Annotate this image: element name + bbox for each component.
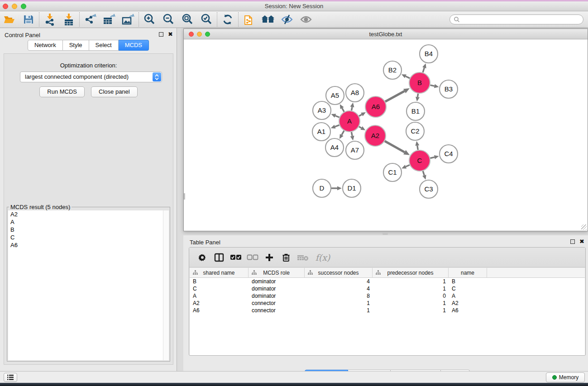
network-canvas[interactable]: B4B2BB3A8A5A6A3B1AA1C2A2A4A7C4CC1C3DD1	[184, 39, 588, 231]
result-item[interactable]: A	[8, 218, 163, 226]
graph-edge[interactable]	[342, 131, 344, 135]
table-cell[interactable]: dominator	[249, 278, 305, 285]
graph-edge[interactable]	[351, 107, 352, 110]
table-cell[interactable]: connector	[249, 300, 305, 307]
table-cell[interactable]: 1	[373, 285, 449, 292]
network-document-button[interactable]	[239, 12, 258, 27]
result-item[interactable]: B	[8, 226, 163, 234]
search-input[interactable]	[449, 14, 583, 24]
table-row[interactable]: A6connector11A6	[190, 307, 585, 314]
column-header-predecessor-nodes[interactable]: predecessor nodes	[373, 268, 449, 277]
task-history-button[interactable]	[4, 373, 17, 382]
zoom-selected-button[interactable]	[197, 12, 216, 27]
graph-edge[interactable]	[423, 68, 424, 73]
table-cell[interactable]: B	[449, 278, 487, 285]
mcds-result-list[interactable]: A2ABCA6	[8, 210, 163, 360]
tab-network[interactable]: Network	[28, 40, 63, 51]
table-cell[interactable]: A6	[190, 307, 249, 314]
table-cell[interactable]: dominator	[249, 285, 305, 292]
table-cell[interactable]: 1	[305, 307, 373, 314]
result-item[interactable]: C	[8, 234, 163, 241]
close-panel-icon[interactable]: ✖	[168, 32, 173, 37]
hide-graphics-button[interactable]	[277, 12, 296, 27]
open-session-button[interactable]	[0, 12, 19, 27]
close-table-panel-icon[interactable]: ✖	[579, 239, 584, 244]
home-button[interactable]	[258, 12, 277, 27]
table-row[interactable]: Adominator80A	[190, 292, 585, 300]
graph-edge[interactable]	[406, 165, 410, 167]
float-table-panel-icon[interactable]	[570, 239, 575, 244]
table-cell[interactable]: 1	[305, 300, 373, 307]
table-cell[interactable]: A	[190, 292, 249, 300]
result-item[interactable]: A6	[8, 241, 163, 249]
close-panel-button[interactable]: Close panel	[91, 86, 138, 97]
table-cell[interactable]: dominator	[249, 292, 305, 300]
graph-edge[interactable]	[335, 116, 339, 117]
graph-edge[interactable]	[351, 132, 352, 136]
network-window-titlebar[interactable]: testGlobe.txt	[184, 29, 588, 39]
run-mcds-button[interactable]: Run MCDS	[39, 86, 85, 97]
graph-edge[interactable]	[417, 146, 418, 150]
result-scrollbar[interactable]	[163, 210, 169, 360]
graph-edge[interactable]	[385, 91, 405, 101]
table-cell[interactable]: 8	[305, 292, 373, 300]
save-session-button[interactable]	[19, 12, 38, 27]
import-network-button[interactable]	[40, 12, 59, 27]
criterion-dropdown[interactable]: largest connected component (directed)	[20, 71, 162, 82]
delete-column-button[interactable]	[279, 250, 293, 265]
table-cell[interactable]: A2	[190, 300, 249, 307]
table-cell[interactable]: B	[190, 278, 249, 285]
delete-table-button[interactable]	[296, 250, 310, 265]
show-graphics-button[interactable]	[296, 12, 316, 27]
tab-mcds[interactable]: MCDS	[119, 40, 149, 51]
table-cell[interactable]: C	[190, 285, 249, 292]
zoom-fit-button[interactable]	[178, 12, 197, 27]
graph-edge[interactable]	[385, 141, 405, 152]
split-columns-button[interactable]	[212, 250, 226, 265]
network-graph[interactable]: B4B2BB3A8A5A6A3B1AA1C2A2A4A7C4CC1C3DD1	[184, 39, 588, 231]
table-cell[interactable]: 1	[373, 307, 449, 314]
search-field[interactable]	[460, 15, 583, 24]
add-column-button[interactable]	[263, 250, 276, 265]
column-header-MCDS-role[interactable]: MCDS role	[249, 268, 305, 277]
memory-button[interactable]: Memory	[546, 372, 585, 382]
table-cell[interactable]: 1	[373, 278, 449, 285]
graph-edge[interactable]	[423, 171, 424, 176]
graph-edge[interactable]	[430, 157, 434, 158]
gear-button[interactable]	[196, 250, 209, 265]
result-item[interactable]: A2	[8, 210, 163, 218]
table-row[interactable]: Cdominator41C	[190, 285, 585, 292]
export-table-button[interactable]	[100, 12, 119, 27]
tab-select[interactable]: Select	[89, 40, 119, 51]
graph-edge[interactable]	[335, 125, 339, 127]
graph-edge[interactable]	[406, 76, 410, 78]
select-all-checkboxes-button[interactable]	[229, 250, 243, 265]
column-header-successor-nodes[interactable]: successor nodes	[305, 268, 373, 277]
column-header-name[interactable]: name	[449, 268, 487, 277]
zoom-in-button[interactable]	[140, 12, 159, 27]
graph-edge[interactable]	[359, 114, 362, 116]
graph-edge[interactable]	[418, 94, 418, 97]
function-builder-button[interactable]: f(x)	[313, 250, 333, 265]
graph-edge[interactable]	[430, 85, 434, 86]
export-image-button[interactable]	[119, 12, 138, 27]
refresh-layout-button[interactable]	[218, 12, 237, 27]
table-cell[interactable]: connector	[249, 307, 305, 314]
splitter-handle[interactable]	[382, 233, 388, 235]
table-cell[interactable]: A6	[449, 307, 487, 314]
tab-style[interactable]: Style	[63, 40, 89, 51]
float-panel-icon[interactable]	[159, 32, 163, 37]
table-cell[interactable]: 0	[373, 292, 449, 300]
table-cell[interactable]: 4	[305, 285, 373, 292]
table-cell[interactable]: 1	[373, 300, 449, 307]
table-row[interactable]: Bdominator41B	[190, 278, 585, 285]
export-network-button[interactable]	[81, 12, 100, 27]
deselect-all-checkboxes-button[interactable]	[246, 250, 259, 265]
zoom-out-button[interactable]	[159, 12, 178, 27]
column-header-shared-name[interactable]: shared name	[190, 268, 249, 277]
import-table-button[interactable]	[59, 12, 78, 27]
table-cell[interactable]: 4	[305, 278, 373, 285]
table-cell[interactable]: A2	[449, 300, 487, 307]
graph-edge[interactable]	[359, 127, 362, 128]
window-resize-grip[interactable]	[581, 224, 587, 230]
